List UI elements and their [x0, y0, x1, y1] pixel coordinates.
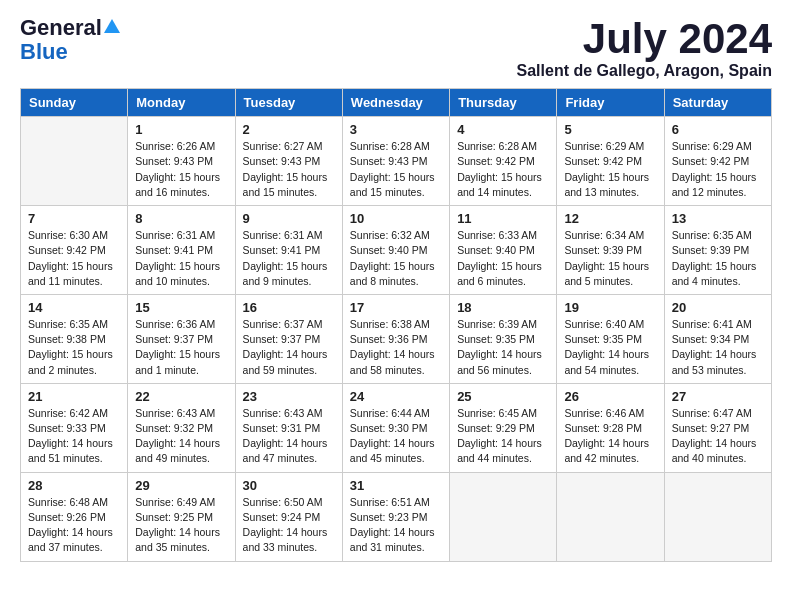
- week-row-1: 1 Sunrise: 6:26 AMSunset: 9:43 PMDayligh…: [21, 117, 772, 206]
- calendar-cell: 26 Sunrise: 6:46 AMSunset: 9:28 PMDaylig…: [557, 383, 664, 472]
- day-number: 27: [672, 389, 764, 404]
- calendar-cell: 3 Sunrise: 6:28 AMSunset: 9:43 PMDayligh…: [342, 117, 449, 206]
- day-info: Sunrise: 6:45 AMSunset: 9:29 PMDaylight:…: [457, 407, 542, 465]
- calendar-cell: [21, 117, 128, 206]
- calendar-cell: 6 Sunrise: 6:29 AMSunset: 9:42 PMDayligh…: [664, 117, 771, 206]
- calendar-cell: 31 Sunrise: 6:51 AMSunset: 9:23 PMDaylig…: [342, 472, 449, 561]
- day-number: 3: [350, 122, 442, 137]
- day-number: 4: [457, 122, 549, 137]
- day-info: Sunrise: 6:44 AMSunset: 9:30 PMDaylight:…: [350, 407, 435, 465]
- day-number: 16: [243, 300, 335, 315]
- day-number: 7: [28, 211, 120, 226]
- day-number: 31: [350, 478, 442, 493]
- day-number: 12: [564, 211, 656, 226]
- day-number: 22: [135, 389, 227, 404]
- calendar-cell: 13 Sunrise: 6:35 AMSunset: 9:39 PMDaylig…: [664, 206, 771, 295]
- calendar-cell: 17 Sunrise: 6:38 AMSunset: 9:36 PMDaylig…: [342, 294, 449, 383]
- day-info: Sunrise: 6:36 AMSunset: 9:37 PMDaylight:…: [135, 318, 220, 376]
- calendar-cell: 24 Sunrise: 6:44 AMSunset: 9:30 PMDaylig…: [342, 383, 449, 472]
- day-number: 9: [243, 211, 335, 226]
- day-info: Sunrise: 6:26 AMSunset: 9:43 PMDaylight:…: [135, 140, 220, 198]
- weekday-header-friday: Friday: [557, 89, 664, 117]
- logo-blue-text: Blue: [20, 40, 68, 64]
- day-info: Sunrise: 6:28 AMSunset: 9:43 PMDaylight:…: [350, 140, 435, 198]
- weekday-header-saturday: Saturday: [664, 89, 771, 117]
- logo-triangle-icon: [104, 19, 120, 33]
- day-info: Sunrise: 6:47 AMSunset: 9:27 PMDaylight:…: [672, 407, 757, 465]
- week-row-3: 14 Sunrise: 6:35 AMSunset: 9:38 PMDaylig…: [21, 294, 772, 383]
- calendar-cell: 20 Sunrise: 6:41 AMSunset: 9:34 PMDaylig…: [664, 294, 771, 383]
- calendar-cell: 8 Sunrise: 6:31 AMSunset: 9:41 PMDayligh…: [128, 206, 235, 295]
- calendar-cell: 12 Sunrise: 6:34 AMSunset: 9:39 PMDaylig…: [557, 206, 664, 295]
- calendar-cell: [664, 472, 771, 561]
- day-info: Sunrise: 6:43 AMSunset: 9:31 PMDaylight:…: [243, 407, 328, 465]
- day-info: Sunrise: 6:48 AMSunset: 9:26 PMDaylight:…: [28, 496, 113, 554]
- title-block: July 2024 Sallent de Gallego, Aragon, Sp…: [517, 16, 772, 80]
- calendar-cell: 29 Sunrise: 6:49 AMSunset: 9:25 PMDaylig…: [128, 472, 235, 561]
- weekday-header-thursday: Thursday: [450, 89, 557, 117]
- day-number: 29: [135, 478, 227, 493]
- calendar-cell: 4 Sunrise: 6:28 AMSunset: 9:42 PMDayligh…: [450, 117, 557, 206]
- day-number: 28: [28, 478, 120, 493]
- calendar-cell: 7 Sunrise: 6:30 AMSunset: 9:42 PMDayligh…: [21, 206, 128, 295]
- weekday-header-wednesday: Wednesday: [342, 89, 449, 117]
- calendar-cell: 22 Sunrise: 6:43 AMSunset: 9:32 PMDaylig…: [128, 383, 235, 472]
- day-number: 11: [457, 211, 549, 226]
- day-info: Sunrise: 6:29 AMSunset: 9:42 PMDaylight:…: [564, 140, 649, 198]
- calendar-table: SundayMondayTuesdayWednesdayThursdayFrid…: [20, 88, 772, 561]
- day-number: 26: [564, 389, 656, 404]
- weekday-header-monday: Monday: [128, 89, 235, 117]
- day-number: 20: [672, 300, 764, 315]
- week-row-2: 7 Sunrise: 6:30 AMSunset: 9:42 PMDayligh…: [21, 206, 772, 295]
- calendar-cell: 14 Sunrise: 6:35 AMSunset: 9:38 PMDaylig…: [21, 294, 128, 383]
- day-number: 19: [564, 300, 656, 315]
- day-info: Sunrise: 6:31 AMSunset: 9:41 PMDaylight:…: [243, 229, 328, 287]
- logo: General Blue: [20, 16, 120, 64]
- day-number: 23: [243, 389, 335, 404]
- day-info: Sunrise: 6:30 AMSunset: 9:42 PMDaylight:…: [28, 229, 113, 287]
- calendar-cell: 1 Sunrise: 6:26 AMSunset: 9:43 PMDayligh…: [128, 117, 235, 206]
- logo-general-text: General: [20, 16, 102, 40]
- calendar-cell: 16 Sunrise: 6:37 AMSunset: 9:37 PMDaylig…: [235, 294, 342, 383]
- calendar-cell: [557, 472, 664, 561]
- day-number: 24: [350, 389, 442, 404]
- day-info: Sunrise: 6:38 AMSunset: 9:36 PMDaylight:…: [350, 318, 435, 376]
- day-info: Sunrise: 6:35 AMSunset: 9:39 PMDaylight:…: [672, 229, 757, 287]
- calendar-cell: 9 Sunrise: 6:31 AMSunset: 9:41 PMDayligh…: [235, 206, 342, 295]
- day-number: 25: [457, 389, 549, 404]
- calendar-cell: 30 Sunrise: 6:50 AMSunset: 9:24 PMDaylig…: [235, 472, 342, 561]
- day-number: 30: [243, 478, 335, 493]
- day-info: Sunrise: 6:49 AMSunset: 9:25 PMDaylight:…: [135, 496, 220, 554]
- week-row-4: 21 Sunrise: 6:42 AMSunset: 9:33 PMDaylig…: [21, 383, 772, 472]
- day-info: Sunrise: 6:33 AMSunset: 9:40 PMDaylight:…: [457, 229, 542, 287]
- day-number: 1: [135, 122, 227, 137]
- day-info: Sunrise: 6:43 AMSunset: 9:32 PMDaylight:…: [135, 407, 220, 465]
- calendar-cell: 2 Sunrise: 6:27 AMSunset: 9:43 PMDayligh…: [235, 117, 342, 206]
- day-number: 15: [135, 300, 227, 315]
- day-info: Sunrise: 6:35 AMSunset: 9:38 PMDaylight:…: [28, 318, 113, 376]
- day-number: 8: [135, 211, 227, 226]
- day-number: 13: [672, 211, 764, 226]
- day-number: 2: [243, 122, 335, 137]
- week-row-5: 28 Sunrise: 6:48 AMSunset: 9:26 PMDaylig…: [21, 472, 772, 561]
- day-info: Sunrise: 6:29 AMSunset: 9:42 PMDaylight:…: [672, 140, 757, 198]
- day-number: 18: [457, 300, 549, 315]
- calendar-cell: [450, 472, 557, 561]
- page-header: General Blue July 2024 Sallent de Galleg…: [20, 16, 772, 80]
- location-text: Sallent de Gallego, Aragon, Spain: [517, 62, 772, 80]
- day-info: Sunrise: 6:32 AMSunset: 9:40 PMDaylight:…: [350, 229, 435, 287]
- calendar-cell: 10 Sunrise: 6:32 AMSunset: 9:40 PMDaylig…: [342, 206, 449, 295]
- day-info: Sunrise: 6:50 AMSunset: 9:24 PMDaylight:…: [243, 496, 328, 554]
- day-info: Sunrise: 6:37 AMSunset: 9:37 PMDaylight:…: [243, 318, 328, 376]
- day-info: Sunrise: 6:28 AMSunset: 9:42 PMDaylight:…: [457, 140, 542, 198]
- day-info: Sunrise: 6:42 AMSunset: 9:33 PMDaylight:…: [28, 407, 113, 465]
- weekday-header-sunday: Sunday: [21, 89, 128, 117]
- day-number: 14: [28, 300, 120, 315]
- day-number: 17: [350, 300, 442, 315]
- day-info: Sunrise: 6:27 AMSunset: 9:43 PMDaylight:…: [243, 140, 328, 198]
- day-info: Sunrise: 6:46 AMSunset: 9:28 PMDaylight:…: [564, 407, 649, 465]
- day-number: 6: [672, 122, 764, 137]
- day-number: 10: [350, 211, 442, 226]
- calendar-cell: 19 Sunrise: 6:40 AMSunset: 9:35 PMDaylig…: [557, 294, 664, 383]
- day-info: Sunrise: 6:40 AMSunset: 9:35 PMDaylight:…: [564, 318, 649, 376]
